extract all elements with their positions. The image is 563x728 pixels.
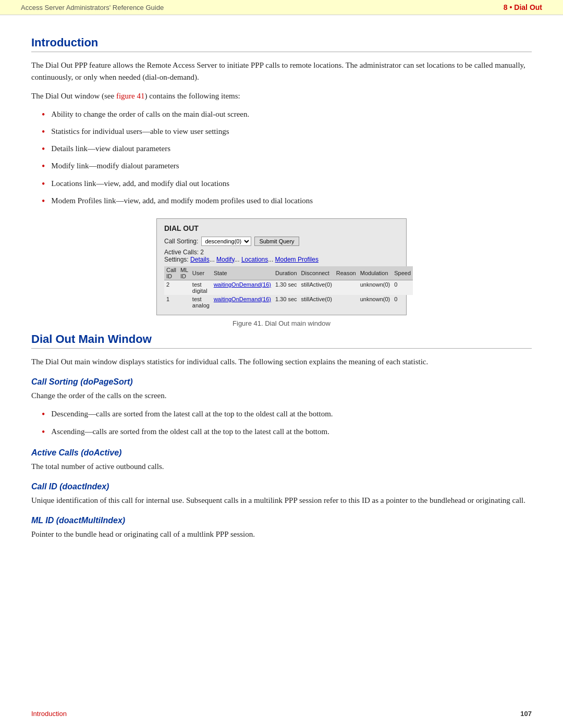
active-calls-title: Active Calls (doActive) bbox=[31, 448, 532, 458]
call-sorting-bullets: Descending—calls are sorted from the lat… bbox=[31, 408, 532, 438]
settings-label: Settings: bbox=[164, 256, 189, 263]
sorting-label: Call Sorting: bbox=[164, 238, 198, 245]
settings-row: Settings: Details... Modify... Locations… bbox=[164, 256, 399, 263]
intro-para1: The Dial Out PPP feature allows the Remo… bbox=[31, 59, 532, 84]
footer: Introduction 107 bbox=[0, 710, 563, 718]
intro-para2-prefix: The Dial Out window (see bbox=[31, 92, 116, 100]
figure-caption: Figure 41. Dial Out main window bbox=[232, 319, 331, 327]
bullet-item-6: Modem Profiles link—view, add, and modif… bbox=[31, 195, 532, 208]
submit-query-button[interactable]: Submit Query bbox=[254, 237, 299, 246]
ml-id-title: ML ID (doactMultiIndex) bbox=[31, 516, 532, 525]
call-sorting-bullet-2: Ascending—calls are sorted from the olde… bbox=[31, 426, 532, 439]
bullet-item-3: Details link—view dialout parameters bbox=[31, 143, 532, 156]
col-callid: Call ID bbox=[164, 266, 178, 280]
footer-right: 107 bbox=[520, 710, 532, 718]
footer-left: Introduction bbox=[31, 710, 67, 718]
dial-out-main-title: Dial Out Main Window bbox=[31, 332, 532, 349]
active-calls-label: Active Calls: 2 bbox=[164, 249, 399, 256]
call-id-para: Unique identification of this call for i… bbox=[31, 495, 532, 507]
table-row-2: 1 test analog waitingOnDemand(16) 1.30 s… bbox=[164, 295, 413, 310]
col-disconnect: Disconnect bbox=[299, 266, 334, 280]
bullet-item-5: Locations link—view, add, and modify dia… bbox=[31, 178, 532, 191]
col-modulation: Modulation bbox=[358, 266, 392, 280]
dial-out-screenshot: DIAL OUT Call Sorting: descending(0) Sub… bbox=[156, 218, 407, 315]
col-user: User bbox=[190, 266, 212, 280]
modem-profiles-link[interactable]: Modem Profiles bbox=[275, 256, 319, 263]
col-reason: Reason bbox=[334, 266, 358, 280]
header-bar: Access Server Administrators' Reference … bbox=[0, 0, 563, 15]
call-sorting-para: Change the order of the calls on the scr… bbox=[31, 390, 532, 402]
details-link[interactable]: Details bbox=[190, 256, 210, 263]
locations-link[interactable]: Locations bbox=[241, 256, 268, 263]
figure-41-link[interactable]: figure 41 bbox=[116, 92, 145, 100]
header-left-text: Access Server Administrators' Reference … bbox=[21, 4, 164, 11]
main-content: Introduction The Dial Out PPP feature al… bbox=[0, 15, 563, 578]
call-sorting-bullet-1: Descending—calls are sorted from the lat… bbox=[31, 408, 532, 421]
sorting-select[interactable]: descending(0) bbox=[201, 237, 251, 246]
col-duration: Duration bbox=[273, 266, 299, 280]
introduction-title: Introduction bbox=[31, 36, 532, 52]
table-row-1: 2 test digital waitingOnDemand(16) 1.30 … bbox=[164, 280, 413, 295]
dial-out-main-para1: The Dial Out main window displays statis… bbox=[31, 356, 532, 368]
dial-out-table: Call ID ML ID User State Duration Discon… bbox=[164, 266, 413, 310]
intro-para2: The Dial Out window (see figure 41) cont… bbox=[31, 90, 532, 102]
dial-out-box-title: DIAL OUT bbox=[164, 224, 399, 232]
col-state: State bbox=[212, 266, 273, 280]
col-speed: Speed bbox=[392, 266, 413, 280]
active-calls-para: The total number of active outbound call… bbox=[31, 461, 532, 473]
call-id-title: Call ID (doactIndex) bbox=[31, 482, 532, 491]
modify-link[interactable]: Modify bbox=[216, 256, 234, 263]
bullet-item-1: Ability to change the order of calls on … bbox=[31, 108, 532, 121]
intro-para2-suffix: ) contains the following items: bbox=[144, 92, 240, 100]
header-right-text: 8 • Dial Out bbox=[504, 3, 542, 11]
figure-41-container: DIAL OUT Call Sorting: descending(0) Sub… bbox=[31, 218, 532, 327]
call-sorting-title: Call Sorting (doPageSort) bbox=[31, 377, 532, 387]
bullet-item-2: Statistics for individual users—able to … bbox=[31, 126, 532, 139]
dial-out-sorting-row: Call Sorting: descending(0) Submit Query bbox=[164, 237, 399, 246]
ml-id-para: Pointer to the bundle head or originatin… bbox=[31, 528, 532, 540]
intro-bullet-list: Ability to change the order of calls on … bbox=[31, 108, 532, 208]
bullet-item-4: Modify link—modify dialout parameters bbox=[31, 160, 532, 173]
col-mlid: ML ID bbox=[178, 266, 190, 280]
